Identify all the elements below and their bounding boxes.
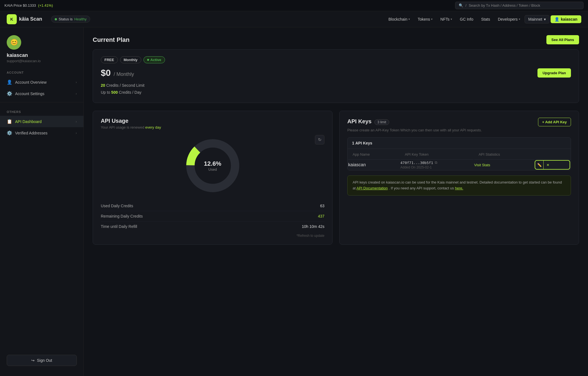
stats-table: Used Daily Credits 63 Remaining Daily Cr… [101,201,324,232]
nav-nfts[interactable]: NFTs ▾ [437,15,455,23]
user-button[interactable]: 👤 kaiascan [551,15,581,23]
chevron-right-icon: › [76,120,77,124]
current-plan-title: Current Plan [93,36,130,44]
upgrade-plan-button[interactable]: Upgrade Plan [537,68,571,78]
chart-area: ↻ 12.6% Used [101,135,324,196]
sidebar-item-account-settings[interactable]: ⚙️ Account Settings › [0,88,83,99]
limit-credits-second: 20 Credits / Second Limit [101,82,571,89]
nav-developers[interactable]: Developers ▾ [494,15,524,23]
api-keys-description: Please create an API-Key Token Which you… [347,128,571,132]
donut-used-label: Used [204,167,221,172]
account-section-label: ACCOUNT [0,71,83,76]
nav-gc-info[interactable]: GC Info [456,15,477,23]
status-badge: Status is Healthy [51,16,90,23]
col-actions [535,150,570,160]
sidebar-item-verified-addresses[interactable]: ⚙️ Verified Addresses › [0,127,83,139]
plan-card: FREE Monthly Active $0 / Monthly Upgrade… [93,49,579,103]
chevron-down-icon: ▾ [544,17,546,21]
api-keys-table: App Name API Key Token API Statistics ka… [348,149,571,170]
nav-stats[interactable]: Stats [478,15,493,23]
stats-label: Time until Daily Refill [101,224,137,229]
limit-badge: 3 limit [374,119,389,125]
refresh-note: *Refresh to update [101,234,324,238]
status-value: Healthy [74,17,87,21]
chevron-down-icon: ▾ [408,18,410,21]
sign-out-icon: ↪ [31,358,35,363]
free-badge: FREE [101,56,118,63]
sidebar-item-label: Account Overview [15,80,47,85]
user-label: kaiascan [561,17,577,21]
plan-limits: 20 Credits / Second Limit Up to 500 Cred… [101,82,571,96]
current-plan-header: Current Plan See All Plans [93,35,579,44]
search-bar[interactable]: 🔍 / Search by Tx Hash / Address / Token … [455,2,584,9]
main-content: Current Plan See All Plans FREE Monthly … [84,27,588,376]
donut-chart: 12.6% Used [182,135,243,196]
logo[interactable]: K kāia Scan [7,14,42,24]
visit-stats-button[interactable]: Visit Stats [474,163,490,167]
delete-key-button[interactable]: ✕ [544,161,552,169]
chevron-down-icon: ▾ [431,18,432,21]
col-app-name: App Name [348,150,400,160]
sign-out-label: Sign Out [37,358,52,363]
sign-out-button[interactable]: ↪ Sign Out [7,355,77,366]
chevron-down-icon: ▾ [451,18,452,21]
search-icon: 🔍 [459,3,463,8]
info-text-2: . If you need any API support, contact u… [389,186,454,190]
profile-area: 😊 kaiascan support@kaiascan.io [0,35,83,71]
api-keys-count-row: 1 API Keys [348,138,571,149]
kaia-price-value: $0.1333 [23,3,36,8]
network-label: Mainnet [528,17,542,21]
plan-price: $0 [101,68,111,78]
plan-period: / Monthly [114,71,134,77]
visit-stats-cell: Visit Stats [474,160,534,170]
logo-icon: K [7,14,17,24]
logo-text: kāia Scan [19,16,42,22]
nav-blockchain[interactable]: Blockchain ▾ [385,15,413,23]
copy-icon[interactable]: ⧉ [435,160,437,165]
info-box: API keys created on kaiascan.io can be u… [347,175,571,196]
credits-second-value: 20 [101,83,105,88]
chevron-right-icon: › [76,131,77,135]
account-overview-icon: 👤 [7,79,12,85]
api-keys-header: API Keys 3 limit + Add API Key [347,118,571,126]
sidebar-item-account-overview[interactable]: 👤 Account Overview › [0,76,83,88]
chevron-right-icon: › [76,80,77,84]
status-prefix: Status is [59,17,73,21]
api-keys-count-label: API Keys [355,141,372,145]
add-api-key-button[interactable]: + Add API Key [538,118,571,126]
kaia-price-label: KAIA Price [4,3,22,8]
profile-name: kaiascan [7,52,77,58]
monthly-badge: Monthly [120,56,141,63]
sidebar-item-label: API Dashboard [15,119,42,124]
api-dashboard-icon: 📋 [7,119,12,124]
refresh-button[interactable]: ↻ [315,135,324,144]
api-documentation-link[interactable]: API Documentation [357,186,388,190]
network-selector[interactable]: Mainnet ▾ [525,15,549,23]
stats-value-refill: 10h 10m 42s [302,224,324,229]
sign-out-area: ↪ Sign Out [0,350,83,370]
app-name-cell: kaiascan [348,160,400,170]
support-link[interactable]: here. [455,186,463,190]
nav-links: Blockchain ▾ Tokens ▾ NFTs ▾ GC Info Sta… [385,15,581,23]
price-display: KAIA Price $0.1333 (+1.41%) [4,3,53,8]
api-keys-thead: App Name API Key Token API Statistics [348,150,570,160]
donut-percent: 12.6% [204,160,221,167]
sidebar-item-label: Account Settings [15,91,44,96]
see-all-plans-button[interactable]: See All Plans [546,35,579,44]
api-usage-title: API Usage [101,118,324,124]
token-value: 470f71...30b5f1 [400,161,433,165]
ticker-bar: KAIA Price $0.1333 (+1.41%) 🔍 / Search b… [0,0,588,11]
stats-row-refill: Time until Daily Refill 10h 10m 42s [101,221,324,232]
sidebar: 😊 kaiascan support@kaiascan.io ACCOUNT 👤… [0,27,84,376]
credits-day-value: 500 [111,90,118,95]
edit-key-button[interactable]: ✏️ [535,161,544,169]
api-keys-box: 1 API Keys App Name API Key Token API St… [347,137,571,170]
plan-badges: FREE Monthly Active [101,56,571,63]
sidebar-item-api-dashboard[interactable]: 📋 API Dashboard › [0,116,83,127]
search-divider: / [465,3,467,8]
stats-value-used: 63 [320,204,324,208]
nav-tokens[interactable]: Tokens ▾ [414,15,436,23]
col-token: API Key Token [400,150,474,160]
plan-price-row: $0 / Monthly Upgrade Plan [101,68,571,78]
main-nav: K kāia Scan Status is Healthy Blockchain… [0,11,588,27]
